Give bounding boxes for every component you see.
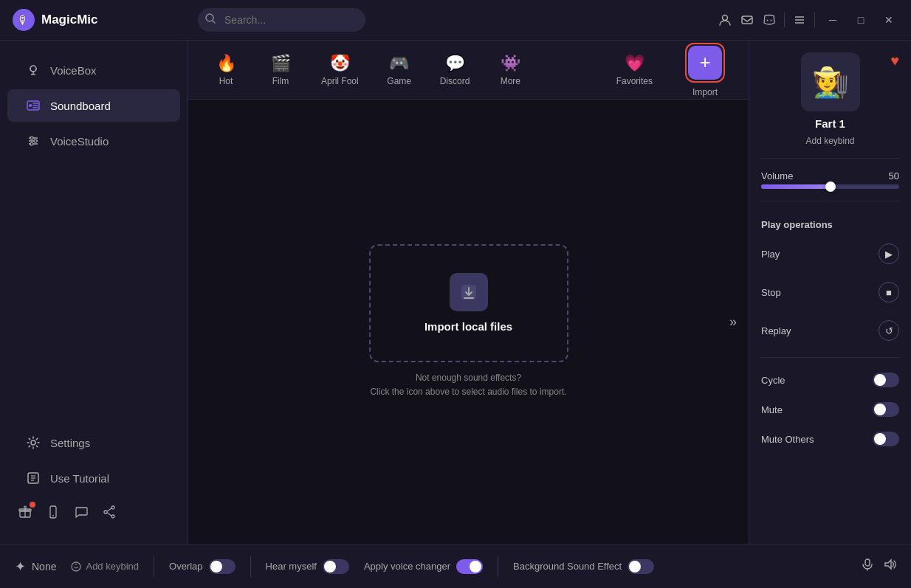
category-tab-discord[interactable]: 💬 Discord (428, 48, 482, 92)
play-button[interactable]: ▶ (879, 243, 899, 264)
sidebar-item-voicebox[interactable]: VoiceBox (7, 54, 180, 86)
phone-icon[interactable] (46, 505, 61, 523)
category-tab-more[interactable]: 👾 More (484, 48, 536, 92)
microphone-icon[interactable] (861, 558, 874, 575)
current-sound-area: ✦ None (15, 558, 56, 575)
favorites-icon: 💗 (625, 54, 644, 73)
search-input[interactable] (198, 8, 365, 32)
current-sound-label: None (32, 561, 56, 573)
bb-right-icons (861, 558, 896, 575)
hot-icon: 🔥 (216, 54, 236, 73)
soundboard-icon (25, 98, 41, 113)
bg-sound-toggle[interactable] (628, 559, 654, 574)
svg-rect-42 (865, 559, 870, 566)
content-area: 🔥 Hot 🎬 Film 🤡 April Fool 🎮 Game 💬 Disco… (188, 41, 749, 544)
favorites-label: Favorites (616, 76, 653, 86)
svg-point-35 (111, 515, 114, 518)
titlebar: 🎙 MagicMic (0, 0, 911, 41)
sidebar-item-soundboard[interactable]: Soundboard (7, 89, 180, 122)
april-fool-icon: 🤡 (330, 54, 350, 73)
mute-row: Mute (761, 399, 899, 420)
mute-toggle[interactable] (873, 402, 899, 417)
user-icon[interactable] (718, 13, 732, 27)
category-tab-hot[interactable]: 🔥 Hot (200, 48, 252, 92)
import-drop-icon (450, 273, 488, 311)
apply-vc-toggle-knob (470, 561, 481, 573)
overlap-toggle[interactable] (209, 559, 236, 574)
apply-vc-label: Apply voice changer (364, 561, 450, 572)
sidebar-bottom-icons (0, 496, 188, 532)
stop-button[interactable]: ■ (879, 282, 899, 302)
keybind-icon (71, 561, 81, 572)
cycle-toggle[interactable] (873, 373, 899, 387)
discord-icon[interactable] (762, 13, 777, 27)
replay-row: Replay ↺ (761, 316, 899, 345)
volume-fill (761, 184, 831, 189)
voicestudio-icon (25, 134, 41, 148)
share-icon[interactable] (102, 505, 117, 523)
apply-vc-toggle[interactable] (456, 559, 483, 574)
main-layout: VoiceBox Soundboard (0, 41, 911, 544)
category-tabs: 🔥 Hot 🎬 Film 🤡 April Fool 🎮 Game 💬 Disco… (188, 41, 749, 100)
bb-add-keybind[interactable]: Add keybind (71, 561, 139, 572)
svg-point-21 (34, 139, 37, 142)
right-panel: ♥ 🧑‍🌾 Fart 1 Add keybind Volume 50 Play … (749, 41, 911, 544)
category-tab-favorites[interactable]: 💗 Favorites (605, 48, 664, 92)
replay-button[interactable]: ↺ (879, 320, 899, 341)
svg-point-20 (30, 136, 33, 139)
svg-point-22 (30, 142, 33, 145)
mail-icon[interactable] (740, 13, 754, 27)
cycle-toggle-knob (874, 374, 886, 386)
category-tab-game[interactable]: 🎮 Game (374, 48, 425, 92)
category-tab-april-fool[interactable]: 🤡 April Fool (309, 48, 371, 92)
hear-myself-toggle[interactable] (323, 559, 349, 574)
import-label: Import (692, 87, 718, 97)
cycle-label: Cycle (761, 375, 785, 386)
bg-sound-group: Background Sound Effect (513, 559, 654, 574)
volume-section: Volume 50 (761, 170, 899, 189)
expand-button[interactable]: » (729, 314, 737, 330)
import-drop-zone[interactable]: Import local files (369, 244, 568, 362)
category-tab-import[interactable]: + Import (673, 41, 737, 103)
sidebar-item-tutorial[interactable]: Use Tutorial (7, 462, 180, 494)
volume-row: Volume 50 (761, 170, 899, 181)
import-plus-icon: + (688, 46, 722, 80)
panel-divider-1 (761, 158, 899, 159)
import-hint-line1: Not enough sound effects? (416, 373, 521, 383)
titlebar-right: ─ □ ✕ (718, 10, 899, 30)
svg-point-40 (72, 562, 80, 571)
svg-marker-44 (885, 560, 891, 569)
stop-row: Stop ■ (761, 277, 899, 307)
stop-label: Stop (761, 287, 781, 298)
app-title: MagicMic (41, 13, 98, 27)
menu-icon[interactable] (792, 13, 807, 27)
sound-name: Fart 1 (815, 117, 845, 130)
play-operations-title: Play operations (761, 219, 899, 230)
sidebar-item-settings[interactable]: Settings (7, 426, 180, 459)
volume-icon[interactable] (883, 558, 896, 575)
sidebar-item-voicestudio[interactable]: VoiceStudio (7, 125, 180, 157)
svg-rect-5 (742, 16, 752, 24)
mute-others-toggle[interactable] (873, 432, 899, 446)
voicebox-icon (25, 63, 41, 77)
minimize-button[interactable]: ─ (822, 10, 843, 30)
current-sound-star-icon: ✦ (15, 558, 26, 575)
svg-point-13 (29, 104, 32, 107)
sound-area: Import local files Not enough sound effe… (188, 100, 749, 544)
favorite-button[interactable]: ♥ (890, 52, 899, 69)
cycle-row: Cycle (761, 370, 899, 390)
close-button[interactable]: ✕ (879, 10, 899, 30)
import-drop-label: Import local files (424, 320, 512, 333)
app-logo-icon: 🎙 (12, 8, 35, 32)
add-keybind-button[interactable]: Add keybind (805, 136, 854, 146)
tutorial-label: Use Tutorial (50, 472, 109, 485)
mute-toggle-knob (874, 404, 886, 415)
gift-icon[interactable] (18, 505, 32, 523)
maximize-button[interactable]: □ (850, 10, 871, 30)
category-tab-film[interactable]: 🎬 Film (255, 48, 306, 92)
chat-icon[interactable] (74, 505, 89, 523)
tutorial-icon (25, 471, 41, 485)
volume-slider[interactable] (761, 184, 899, 189)
bottom-bar: ✦ None Add keybind Overlap Hear myself A… (0, 544, 911, 588)
sound-grid: Import local files Not enough sound effe… (188, 100, 749, 544)
